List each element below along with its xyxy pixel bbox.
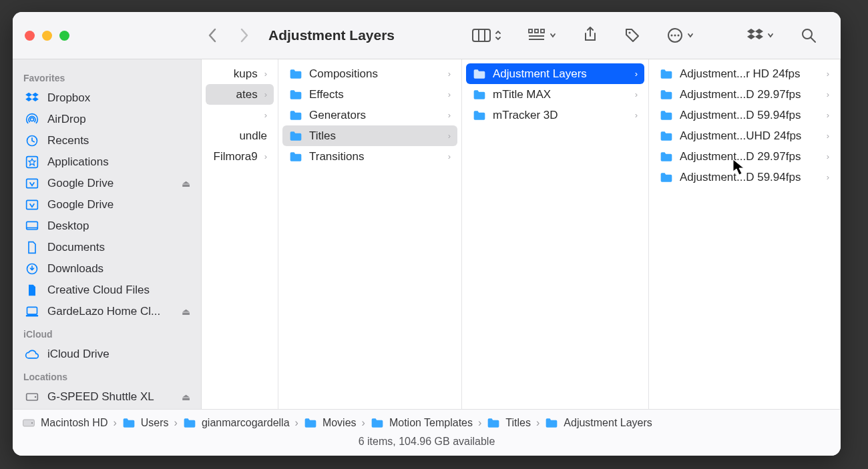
- folder-row[interactable]: mTracker 3D›: [466, 105, 644, 125]
- path-segment[interactable]: Movies: [322, 417, 357, 429]
- folder-row[interactable]: Generators›: [282, 105, 457, 125]
- sidebar-item-google-drive[interactable]: Google Drive⏏: [17, 173, 197, 194]
- chevron-right-icon: ›: [827, 110, 829, 120]
- folder-row[interactable]: mTitle MAX›: [466, 84, 644, 105]
- finder-window: Adjustment Layers: [13, 12, 841, 456]
- hdd-icon: [25, 392, 39, 402]
- sidebar-item-label: Desktop: [47, 219, 190, 233]
- tags-button[interactable]: [624, 27, 640, 43]
- folder-row[interactable]: Filmora9›: [206, 146, 274, 167]
- folder-row[interactable]: ates›: [206, 84, 274, 105]
- path-separator: ›: [478, 417, 481, 429]
- sidebar-item-desktop[interactable]: Desktop: [17, 215, 197, 237]
- folder-icon: [473, 110, 486, 121]
- eject-icon[interactable]: ⏏: [182, 306, 190, 317]
- folder-icon: [183, 418, 196, 428]
- path-segment[interactable]: Motion Templates: [389, 417, 473, 429]
- folder-label: Titles: [309, 129, 441, 143]
- folder-row[interactable]: Adjustment...D 59.94fps›: [653, 105, 836, 125]
- folder-icon: [289, 151, 302, 162]
- column-2: Adjustment Layers›mTitle MAX›mTracker 3D…: [462, 59, 649, 409]
- group-button[interactable]: [528, 29, 556, 42]
- sidebar-item-applications[interactable]: Applications: [17, 151, 197, 173]
- folder-row[interactable]: Adjustment...D 59.94fps›: [653, 167, 836, 187]
- path-bar: Macintosh HD›Users›gianmarcogardella›Mov…: [13, 410, 841, 436]
- folder-row[interactable]: Effects›: [282, 84, 457, 105]
- folder-label: Adjustment...r HD 24fps: [680, 67, 820, 81]
- path-segment[interactable]: Titles: [505, 417, 531, 429]
- icloud-icon: [25, 349, 39, 360]
- path-segment[interactable]: gianmarcogardella: [202, 417, 290, 429]
- path-segment[interactable]: Adjustment Layers: [564, 417, 652, 429]
- folder-label: ates: [212, 88, 258, 101]
- sidebar-item-creative-cloud-files[interactable]: Creative Cloud Files: [17, 280, 197, 301]
- folder-row[interactable]: Adjustment...r HD 24fps›: [653, 63, 836, 84]
- sidebar-item-label: GardeLazo Home Cl...: [47, 305, 174, 318]
- folder-icon: [289, 89, 302, 100]
- folder-label: Adjustment...D 59.94fps: [680, 171, 820, 184]
- status-bar: 6 items, 104.96 GB available: [13, 436, 841, 456]
- path-segment[interactable]: Macintosh HD: [41, 417, 107, 429]
- airdrop-icon: [25, 113, 39, 126]
- minimize-window[interactable]: [42, 31, 52, 41]
- view-columns-button[interactable]: [472, 29, 501, 42]
- folder-icon: [660, 131, 673, 141]
- sidebar-item-dropbox[interactable]: Dropbox: [17, 87, 197, 109]
- dropbox-toolbar-button[interactable]: [747, 28, 774, 43]
- folder-row[interactable]: Adjustment...D 29.97fps›: [653, 146, 836, 167]
- folder-row[interactable]: Adjustment...UHD 24fps›: [653, 125, 836, 146]
- svg-point-11: [674, 35, 676, 37]
- folder-row[interactable]: Titles›: [282, 125, 457, 146]
- sidebar-item-label: iCloud Drive: [47, 348, 190, 361]
- doc-icon: [25, 241, 39, 254]
- folder-label: Generators: [309, 109, 441, 122]
- svg-rect-23: [27, 307, 37, 314]
- sidebar-item-label: Creative Cloud Files: [47, 284, 190, 297]
- chevron-right-icon: ›: [448, 110, 451, 120]
- sidebar-item-label: G-SPEED Shuttle XL: [47, 390, 174, 404]
- folder-row[interactable]: Adjustment Layers›: [466, 63, 644, 84]
- folder-label: Adjustment...UHD 24fps: [680, 129, 820, 143]
- sidebar-item-downloads[interactable]: Downloads: [17, 258, 197, 280]
- folder-row[interactable]: kups›: [206, 63, 274, 84]
- folder-label: Effects: [309, 88, 441, 101]
- folder-row[interactable]: ›: [206, 105, 274, 125]
- svg-point-15: [31, 118, 34, 121]
- sidebar-item-g-speed-shuttle-xl[interactable]: G-SPEED Shuttle XL⏏: [17, 386, 197, 408]
- chevron-right-icon: ›: [827, 69, 829, 79]
- chevron-right-icon: ›: [448, 69, 451, 79]
- forward-button[interactable]: [236, 27, 252, 43]
- sidebar-item-documents[interactable]: Documents: [17, 237, 197, 258]
- sidebar-item-label: Documents: [47, 241, 190, 254]
- folder-label: Adjustment...D 29.97fps: [680, 150, 820, 163]
- eject-icon[interactable]: ⏏: [182, 392, 190, 402]
- sidebar-item-airdrop[interactable]: AirDrop: [17, 109, 197, 130]
- back-button[interactable]: [204, 27, 220, 43]
- folder-row[interactable]: Adjustment...D 29.97fps›: [653, 84, 836, 105]
- sidebar-item-label: Recents: [47, 134, 190, 147]
- close-window[interactable]: [25, 31, 35, 41]
- svg-point-28: [31, 422, 33, 424]
- chevron-right-icon: ›: [264, 110, 267, 120]
- sidebar-item-google-drive[interactable]: Google Drive: [17, 194, 197, 215]
- zoom-window[interactable]: [59, 31, 69, 41]
- share-button[interactable]: [583, 27, 598, 44]
- search-button[interactable]: [801, 27, 817, 43]
- folder-icon: [371, 418, 384, 428]
- folder-row[interactable]: Compositions›: [282, 63, 457, 84]
- chevron-right-icon: ›: [635, 89, 638, 99]
- actions-button[interactable]: [667, 27, 694, 43]
- folder-icon: [473, 69, 486, 79]
- path-segment[interactable]: Users: [141, 417, 169, 429]
- folder-icon: [660, 151, 673, 162]
- eject-icon[interactable]: ⏏: [182, 178, 190, 189]
- sidebar-item-gardelazo-home-cl-[interactable]: GardeLazo Home Cl...⏏: [17, 301, 197, 322]
- sidebar-item-icloud-drive[interactable]: iCloud Drive: [17, 344, 197, 365]
- folder-row[interactable]: Transitions›: [282, 146, 457, 167]
- folder-icon: [473, 89, 486, 100]
- sidebar-item-label: Downloads: [47, 262, 190, 276]
- toolbar: Adjustment Layers: [13, 12, 841, 59]
- folder-row[interactable]: undle: [206, 125, 274, 146]
- chevron-right-icon: ›: [635, 69, 638, 79]
- sidebar-item-recents[interactable]: Recents: [17, 130, 197, 151]
